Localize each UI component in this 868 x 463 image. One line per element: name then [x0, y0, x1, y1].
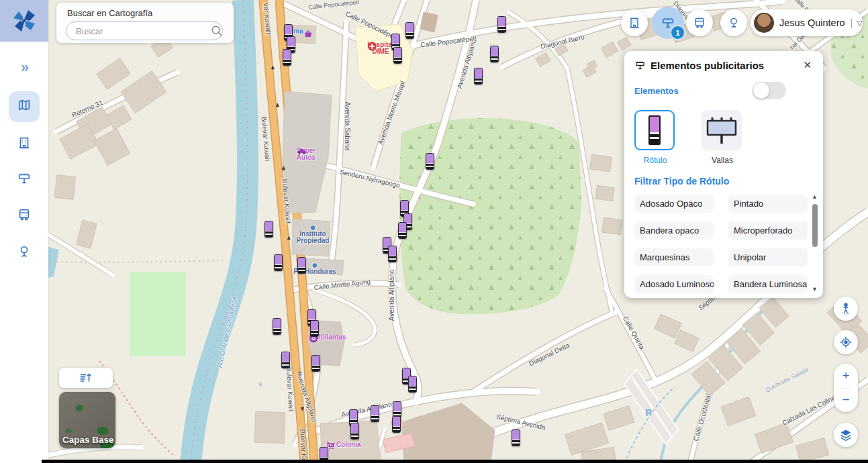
park-rect — [130, 272, 186, 356]
user-menu[interactable]: Jesus Quintero | ▽ — [751, 9, 863, 36]
map-icon[interactable] — [17, 98, 32, 115]
rotulo-marker[interactable] — [388, 246, 397, 262]
elements-toggle[interactable] — [753, 82, 786, 99]
rotulo-marker[interactable] — [398, 222, 407, 239]
rotulo-marker[interactable] — [408, 376, 417, 393]
panel-title: Elementos publicitarios — [650, 60, 803, 71]
rotulo-marker[interactable] — [264, 221, 273, 238]
rotulo-marker[interactable] — [350, 423, 359, 440]
zoom-in-button[interactable]: + — [834, 364, 858, 388]
rotulo-marker[interactable] — [281, 352, 290, 368]
elements-label: Elementos — [634, 86, 753, 96]
rotulo-marker[interactable] — [274, 254, 283, 271]
trees-layer-button[interactable] — [720, 9, 747, 36]
billboard-icon[interactable] — [17, 171, 32, 189]
user-name: Jesus Quintero — [779, 17, 845, 28]
filter-button[interactable]: Pintado — [728, 195, 808, 213]
rotulo-marker[interactable] — [283, 49, 291, 66]
app-logo[interactable] — [0, 0, 48, 42]
rotulo-marker[interactable] — [273, 318, 281, 335]
sidebar-expand-button[interactable]: » — [21, 59, 28, 76]
rotulo-marker[interactable] — [371, 405, 379, 422]
type-label-rotulo: Rótulo — [634, 156, 676, 165]
rotulo-marker[interactable] — [474, 68, 483, 85]
rotulo-marker[interactable] — [512, 429, 520, 446]
buildings-layer-button[interactable] — [621, 9, 648, 36]
toggle-knob — [753, 83, 769, 99]
chevron-down-icon[interactable]: ▽ — [857, 19, 862, 28]
scroll-up-icon[interactable]: ▲ — [812, 193, 818, 200]
avatar — [754, 13, 774, 33]
locate-me-button[interactable] — [834, 330, 858, 354]
sort-icon — [79, 371, 93, 384]
building-icon[interactable] — [17, 136, 32, 153]
filter-button[interactable]: Bandera Luminosa — [728, 275, 808, 293]
zoom-out-button[interactable]: − — [834, 389, 858, 413]
pegman-icon — [839, 302, 853, 315]
bus-icon — [693, 16, 706, 30]
rotulo-marker[interactable] — [392, 416, 401, 433]
rotulo-marker[interactable] — [393, 47, 402, 64]
bus-layer-button[interactable] — [686, 9, 713, 36]
type-label-vallas: Vallas — [702, 156, 743, 165]
filter-grid: Adosado OpacoPintadoBandera opacoMicrope… — [634, 195, 813, 293]
rotulo-sign-icon — [648, 115, 661, 145]
rotulo-marker[interactable] — [297, 257, 306, 274]
building-icon — [628, 16, 641, 30]
filter-button[interactable]: Unipolar — [728, 248, 808, 266]
filter-button[interactable]: Microperforado — [728, 221, 808, 240]
advertising-elements-button[interactable]: 1 — [652, 7, 684, 39]
search-card: Buscar en Cartografía — [56, 3, 234, 43]
panel-scrollbar[interactable]: ▲ ▼ — [811, 193, 820, 293]
type-card-vallas[interactable] — [702, 110, 742, 150]
rotulo-marker[interactable] — [405, 22, 414, 39]
search-title: Buscar en Cartografía — [67, 8, 152, 18]
close-icon[interactable]: ✕ — [803, 59, 812, 71]
tree-icon[interactable] — [17, 244, 32, 262]
base-layers-tile[interactable]: Capas Base — [59, 392, 115, 448]
user-divider: | — [851, 17, 853, 28]
layers-button[interactable] — [834, 423, 858, 447]
base-layers-label: Capas Base — [62, 435, 114, 445]
filter-button[interactable]: Adosado Luminoso — [634, 275, 714, 293]
bottom-black-bar — [42, 460, 868, 463]
bus-icon[interactable] — [17, 207, 32, 225]
advertising-elements-panel: Elementos publicitarios ✕ Elementos Rótu… — [624, 51, 823, 298]
rotulo-marker[interactable] — [490, 46, 499, 62]
rotulo-marker[interactable] — [497, 16, 506, 33]
tree-icon — [727, 16, 740, 30]
search-input[interactable] — [66, 21, 223, 40]
layers-icon — [839, 428, 853, 442]
search-icon[interactable] — [211, 25, 223, 37]
sidebar: » — [0, 0, 48, 463]
layer-order-button[interactable] — [59, 368, 113, 388]
filter-button[interactable]: Adosado Opaco — [634, 195, 714, 213]
zoom-controls: + − — [834, 364, 858, 412]
scrollbar-thumb[interactable] — [812, 204, 818, 247]
scroll-down-icon[interactable]: ▼ — [812, 286, 818, 293]
rotulo-marker[interactable] — [310, 320, 319, 337]
billboard-icon — [634, 60, 646, 71]
rotulo-marker[interactable] — [426, 153, 434, 170]
rotulo-marker[interactable] — [311, 355, 320, 372]
notification-badge: 1 — [670, 25, 685, 40]
street-view-button[interactable] — [834, 297, 858, 321]
type-card-rotulo[interactable] — [634, 110, 675, 150]
locate-icon — [839, 336, 853, 349]
pinwheel-logo-icon — [11, 7, 38, 34]
filter-title: Filtrar Tipo de Rótulo — [634, 176, 813, 187]
rotulo-marker[interactable] — [393, 401, 401, 418]
vallas-billboard-icon — [704, 115, 739, 146]
filter-button[interactable]: Marquesinas — [634, 248, 714, 266]
filter-button[interactable]: Bandera opaco — [634, 221, 714, 240]
